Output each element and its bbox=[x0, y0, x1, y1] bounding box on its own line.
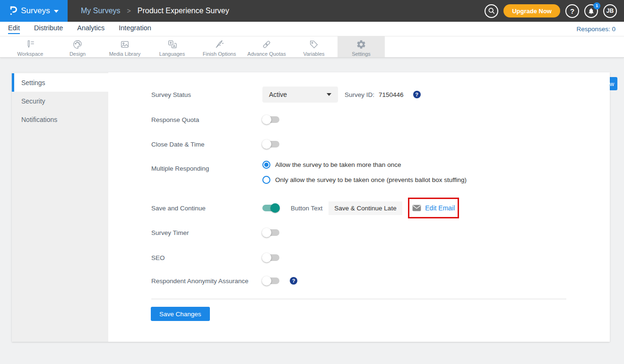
close-date-time-label: Close Date & Time bbox=[151, 141, 262, 148]
survey-status-dropdown[interactable]: Active bbox=[262, 87, 338, 103]
radio-icon bbox=[262, 161, 270, 169]
toolbar-item-languages[interactable]: Languages bbox=[148, 36, 196, 57]
finish-options-icon bbox=[214, 39, 225, 50]
tab-distribute[interactable]: Distribute bbox=[34, 24, 63, 34]
toolbar-item-design[interactable]: Design bbox=[54, 36, 101, 57]
top-bar: Surveys My Surveys > Product Experience … bbox=[0, 0, 624, 22]
avatar-initials: JB bbox=[607, 8, 614, 14]
responses-count: Responses: 0 bbox=[576, 26, 624, 33]
settings-gear-icon bbox=[356, 39, 366, 50]
multiple-responding-row: Multiple Responding Allow the survey to … bbox=[151, 161, 591, 192]
survey-timer-row: Survey Timer bbox=[151, 225, 591, 241]
seo-toggle[interactable] bbox=[262, 254, 279, 261]
survey-id-help-icon[interactable]: ? bbox=[413, 91, 421, 98]
edit-toolbar: Workspace Design Media Library bbox=[0, 36, 624, 58]
avatar[interactable]: JB bbox=[603, 4, 617, 18]
breadcrumb-separator-icon: > bbox=[127, 7, 131, 15]
sidebar-item-label: Security bbox=[21, 97, 45, 105]
settings-sidebar: Settings Security Notifications bbox=[12, 72, 108, 342]
response-quota-label: Response Quota bbox=[151, 116, 262, 123]
toggle-knob bbox=[262, 253, 271, 262]
respondent-anonymity-label: Respondent Anonymity Assurance bbox=[151, 277, 262, 285]
seo-label: SEO bbox=[151, 254, 262, 261]
toolbar-item-label: Finish Options bbox=[203, 51, 236, 57]
radio-allow-multiple[interactable]: Allow the survey to be taken more than o… bbox=[262, 161, 467, 169]
toggle-knob bbox=[262, 115, 271, 124]
toolbar-item-workspace[interactable]: Workspace bbox=[7, 36, 54, 57]
settings-panel: Settings Security Notifications Survey S… bbox=[12, 72, 610, 342]
response-quota-row: Response Quota bbox=[151, 112, 591, 128]
variables-icon bbox=[309, 39, 319, 50]
sidebar-item-settings[interactable]: Settings bbox=[12, 73, 108, 92]
survey-status-row: Survey Status Active Survey ID: 7150446 … bbox=[151, 87, 591, 103]
search-icon bbox=[488, 7, 495, 15]
toolbar-item-label: Workspace bbox=[17, 51, 43, 57]
radio-label: Allow the survey to be taken more than o… bbox=[275, 161, 401, 168]
toolbar-items: Workspace Design Media Library bbox=[7, 36, 385, 57]
close-date-time-row: Close Date & Time bbox=[151, 136, 591, 152]
app-menu[interactable]: Surveys bbox=[0, 0, 68, 22]
respondent-anonymity-help-icon[interactable]: ? bbox=[290, 277, 297, 285]
bell-icon bbox=[588, 8, 595, 15]
design-icon bbox=[72, 39, 83, 50]
response-quota-toggle[interactable] bbox=[262, 116, 279, 123]
respondent-anonymity-row: Respondent Anonymity Assurance ? bbox=[151, 273, 591, 289]
toolbar-item-label: Languages bbox=[159, 51, 185, 57]
survey-timer-toggle[interactable] bbox=[262, 229, 279, 236]
survey-status-value: Active bbox=[269, 91, 287, 98]
nav-tabs: Edit Distribute Analytics Integration bbox=[8, 24, 151, 34]
form-divider bbox=[151, 299, 566, 299]
survey-timer-label: Survey Timer bbox=[151, 229, 262, 236]
media-library-icon bbox=[120, 39, 130, 50]
tab-edit[interactable]: Edit bbox=[8, 24, 20, 34]
respondent-anonymity-toggle[interactable] bbox=[262, 277, 279, 284]
radio-allow-once[interactable]: Only allow the survey to be taken once (… bbox=[262, 176, 467, 184]
sidebar-item-notifications[interactable]: Notifications bbox=[12, 110, 108, 129]
save-and-continue-row: Save and Continue Button Text Edit Email bbox=[151, 198, 591, 218]
toolbar-item-settings[interactable]: Settings bbox=[338, 36, 385, 57]
toolbar-item-label: Variables bbox=[303, 51, 324, 57]
tab-analytics[interactable]: Analytics bbox=[77, 24, 104, 34]
toggle-knob bbox=[262, 276, 271, 286]
topbar-actions: Upgrade Now ? 1 JB bbox=[485, 4, 624, 18]
toggle-knob bbox=[270, 203, 280, 213]
toolbar-item-advance-quotas[interactable]: Advance Quotas bbox=[243, 36, 290, 57]
breadcrumb: My Surveys > Product Experience Survey bbox=[81, 7, 229, 15]
email-icon bbox=[412, 205, 421, 211]
toolbar-item-label: Advance Quotas bbox=[247, 51, 286, 57]
tab-integration[interactable]: Integration bbox=[119, 24, 151, 34]
help-button[interactable]: ? bbox=[565, 4, 579, 18]
app-menu-label: Surveys bbox=[21, 6, 50, 16]
advance-quotas-icon bbox=[261, 39, 272, 50]
search-button[interactable] bbox=[485, 4, 498, 18]
save-changes-button[interactable]: Save Changes bbox=[151, 307, 210, 321]
seo-row: SEO bbox=[151, 250, 591, 266]
survey-status-label: Survey Status bbox=[151, 91, 262, 98]
help-glyph: ? bbox=[570, 7, 574, 15]
button-text-input[interactable] bbox=[329, 201, 402, 215]
upgrade-now-button[interactable]: Upgrade Now bbox=[503, 4, 560, 17]
notifications-button[interactable]: 1 bbox=[584, 4, 598, 18]
toolbar-item-media-library[interactable]: Media Library bbox=[101, 36, 148, 57]
survey-id-label: Survey ID: bbox=[345, 91, 374, 98]
toolbar-item-label: Design bbox=[69, 51, 86, 57]
multiple-responding-options: Allow the survey to be taken more than o… bbox=[262, 161, 467, 184]
questionpro-logo bbox=[9, 5, 17, 17]
workspace-icon bbox=[25, 39, 35, 50]
toggle-knob bbox=[262, 228, 271, 237]
languages-icon bbox=[167, 39, 177, 50]
close-date-time-toggle[interactable] bbox=[262, 141, 279, 147]
button-text-label: Button Text bbox=[291, 205, 322, 212]
save-and-continue-toggle[interactable] bbox=[262, 205, 279, 211]
toolbar-item-variables[interactable]: Variables bbox=[290, 36, 338, 57]
breadcrumb-current: Product Experience Survey bbox=[138, 7, 229, 15]
toolbar-item-finish-options[interactable]: Finish Options bbox=[196, 36, 243, 57]
sidebar-item-security[interactable]: Security bbox=[12, 92, 108, 110]
breadcrumb-parent[interactable]: My Surveys bbox=[81, 7, 121, 15]
radio-icon bbox=[262, 176, 270, 184]
chevron-down-icon bbox=[54, 10, 59, 13]
section-nav: Edit Distribute Analytics Integration Re… bbox=[0, 22, 624, 36]
chevron-down-icon bbox=[327, 93, 331, 96]
edit-email-highlight[interactable]: Edit Email bbox=[408, 198, 459, 218]
sidebar-item-label: Notifications bbox=[21, 116, 57, 123]
